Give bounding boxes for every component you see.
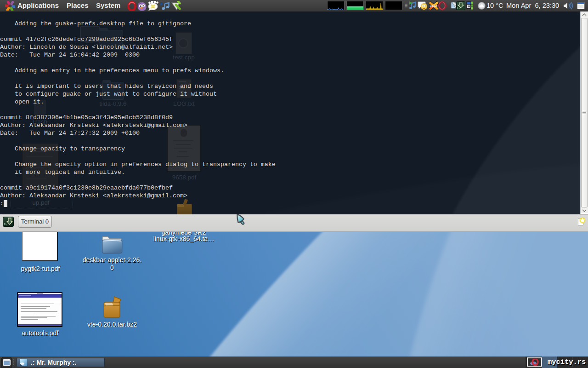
svg-text:chat: chat — [430, 4, 437, 8]
